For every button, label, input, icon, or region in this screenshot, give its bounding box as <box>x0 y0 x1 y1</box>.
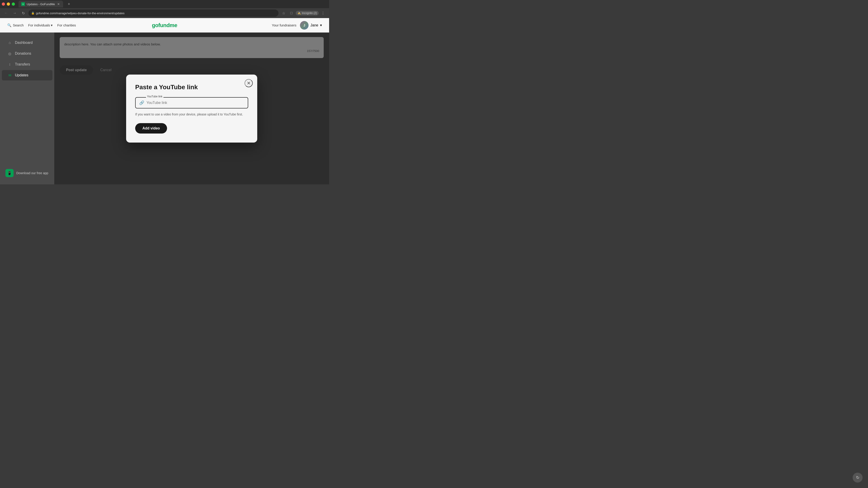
tab-close-button[interactable]: ✕ <box>57 2 60 6</box>
for-individuals-nav[interactable]: For individuals ▾ <box>28 23 53 27</box>
browser-titlebar: G Updates - GoFundMe ✕ + <box>0 0 329 8</box>
url-text: gofundme.com/manage/wdywu-donate-for-the… <box>36 11 276 15</box>
for-charities-label: For charities <box>57 23 76 27</box>
sidebar: ⌂ Dashboard ◎ Donations ↕ Transfers ✉ Up… <box>0 33 54 184</box>
for-individuals-label: For individuals <box>28 23 50 27</box>
incognito-badge: 🕵 Incognito (2) <box>296 11 319 15</box>
window-controls <box>2 2 15 6</box>
navbar-left: 🔍 Search For individuals ▾ For charities <box>7 23 76 27</box>
page: 🔍 Search For individuals ▾ For charities… <box>0 18 329 184</box>
user-avatar: J <box>300 21 309 30</box>
search-label: Search <box>13 23 24 27</box>
browser-chrome: G Updates - GoFundMe ✕ + ← → ↻ 🔒 gofundm… <box>0 0 329 18</box>
browser-toolbar: ← → ↻ 🔒 gofundme.com/manage/wdywu-donate… <box>0 8 329 18</box>
modal-overlay: ✕ Paste a YouTube link YouTube link 🔗 If… <box>54 33 329 184</box>
browser-tab-active[interactable]: G Updates - GoFundMe ✕ <box>19 1 63 7</box>
user-chevron-icon: ▾ <box>320 23 322 27</box>
sidebar-item-donations[interactable]: ◎ Donations <box>2 48 53 59</box>
gofundme-logo[interactable]: gofundme <box>152 22 177 29</box>
dashboard-icon: ⌂ <box>7 40 12 45</box>
window-minimize-button[interactable] <box>7 2 10 6</box>
address-bar[interactable]: 🔒 gofundme.com/manage/wdywu-donate-for-t… <box>29 9 278 17</box>
window-maximize-button[interactable] <box>12 2 15 6</box>
download-app-label: Download our free app <box>16 171 49 175</box>
incognito-label: Incognito (2) <box>302 11 317 15</box>
navbar-right: Your fundraisers J Jane ▾ <box>272 21 322 30</box>
back-button[interactable]: ← <box>3 10 9 17</box>
lock-icon: 🔒 <box>31 11 35 15</box>
forward-button[interactable]: → <box>11 10 18 17</box>
search-icon: 🔍 <box>7 23 11 27</box>
sidebar-label-transfers: Transfers <box>15 62 30 66</box>
youtube-link-input[interactable] <box>147 101 244 105</box>
user-name: Jane <box>310 23 318 27</box>
logo-text: gofundme <box>152 22 177 28</box>
modal-helper-text: If you want to use a video from your dev… <box>135 112 248 117</box>
incognito-icon: 🕵 <box>298 11 301 15</box>
search-button[interactable]: 🔍 Search <box>7 23 24 27</box>
modal-close-button[interactable]: ✕ <box>245 79 253 87</box>
browser-profile-button[interactable]: □ <box>288 10 295 17</box>
link-icon: 🔗 <box>139 100 144 105</box>
more-options-button[interactable]: ⋮ <box>320 10 327 17</box>
transfers-icon: ↕ <box>7 62 12 67</box>
tab-title: Updates - GoFundMe <box>27 2 55 6</box>
navbar-center: gofundme <box>152 22 177 29</box>
your-fundraisers-link[interactable]: Your fundraisers <box>272 23 297 27</box>
donations-icon: ◎ <box>7 51 12 56</box>
sidebar-label-donations: Donations <box>15 52 31 56</box>
download-app-section[interactable]: 📱 Download our free app <box>0 166 54 180</box>
toolbar-actions: ☆ □ 🕵 Incognito (2) ⋮ <box>280 10 327 17</box>
youtube-input-wrapper: YouTube link 🔗 <box>135 97 248 108</box>
new-tab-button[interactable]: + <box>66 1 72 7</box>
sidebar-item-transfers[interactable]: ↕ Transfers <box>2 59 53 70</box>
youtube-input-container: 🔗 <box>135 97 248 108</box>
top-navbar: 🔍 Search For individuals ▾ For charities… <box>0 18 329 33</box>
updates-icon: ✉ <box>7 73 12 78</box>
sidebar-item-dashboard[interactable]: ⌂ Dashboard <box>2 37 53 48</box>
page-area: description here. You can attach some ph… <box>54 33 329 184</box>
for-charities-nav[interactable]: For charities <box>57 23 76 27</box>
tab-favicon: G <box>21 2 25 6</box>
bookmark-button[interactable]: ☆ <box>280 10 287 17</box>
youtube-input-label: YouTube link <box>146 95 163 98</box>
add-video-button[interactable]: Add video <box>135 123 167 133</box>
youtube-link-modal: ✕ Paste a YouTube link YouTube link 🔗 If… <box>126 74 257 142</box>
refresh-button[interactable]: ↻ <box>20 10 27 17</box>
chevron-down-icon: ▾ <box>51 23 53 27</box>
window-close-button[interactable] <box>2 2 5 6</box>
sidebar-label-updates: Updates <box>15 73 29 77</box>
main-content: ⌂ Dashboard ◎ Donations ↕ Transfers ✉ Up… <box>0 33 329 184</box>
sidebar-item-updates[interactable]: ✉ Updates <box>2 70 53 80</box>
app-store-icon: 📱 <box>5 169 13 177</box>
user-menu-button[interactable]: J Jane ▾ <box>300 21 322 30</box>
sidebar-label-dashboard: Dashboard <box>15 41 33 45</box>
modal-title: Paste a YouTube link <box>135 84 248 91</box>
